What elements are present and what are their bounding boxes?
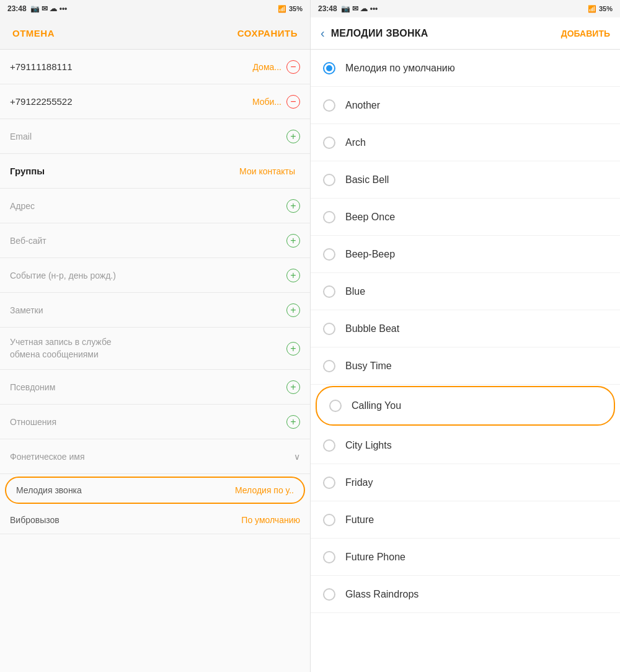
radio-basic-bell <box>323 174 335 186</box>
ringtone-name-bubble-beat: Bubble Beat <box>345 323 399 334</box>
ringtone-list: Мелодия по умолчанию Another Arch Basic … <box>311 50 620 672</box>
relationship-row: Отношения + <box>0 405 310 439</box>
ringtone-name-another: Another <box>345 100 380 111</box>
ringtone-name-default: Мелодия по умолчанию <box>345 63 455 74</box>
status-right-right: 📶 35% <box>588 5 613 13</box>
ringtone-row[interactable]: Мелодия звонка Мелодия по у.. <box>5 477 305 504</box>
phonetic-expand-button[interactable]: ∨ <box>294 452 300 462</box>
ringtone-name-arch: Arch <box>345 137 366 148</box>
status-right-left: 23:48 📷 ✉ ☁ ••• <box>318 4 378 13</box>
relationship-add-button[interactable]: + <box>286 415 300 429</box>
radio-future-phone <box>323 551 335 563</box>
phone2-label[interactable]: Моби... <box>252 97 281 107</box>
radio-glass-raindrops <box>323 588 335 601</box>
address-row: Адрес + <box>0 189 310 223</box>
messaging-add-button[interactable]: + <box>286 342 300 356</box>
ringtone-item-default[interactable]: Мелодия по умолчанию <box>311 50 620 87</box>
event-row: Событие (н-р, день рожд.) + <box>0 258 310 293</box>
contact-form: +79111188111 Дома... − +79122255522 Моби… <box>0 50 310 672</box>
radio-arch <box>323 137 335 149</box>
radio-default <box>323 62 335 74</box>
ringtone-item-beep-beep[interactable]: Beep-Beep <box>311 236 620 273</box>
nickname-add-button[interactable]: + <box>286 380 300 394</box>
ringtone-name-beep-once: Beep Once <box>345 212 395 223</box>
address-placeholder[interactable]: Адрес <box>10 201 286 211</box>
nickname-row: Псевдоним + <box>0 370 310 405</box>
vibro-label: Вибровызов <box>10 515 60 525</box>
event-placeholder[interactable]: Событие (н-р, день рожд.) <box>10 271 286 280</box>
event-add-button[interactable]: + <box>286 269 300 282</box>
ringtone-item-calling-you[interactable]: Calling You <box>317 387 614 424</box>
email-add-button[interactable]: + <box>286 130 300 143</box>
vibro-row: Вибровызов По умолчанию <box>0 506 310 534</box>
phone1-value: +79111188111 <box>10 61 252 72</box>
groups-row: Группы Мои контакты <box>0 154 310 189</box>
phone2-row: +79122255522 Моби... − <box>0 84 310 119</box>
notes-placeholder[interactable]: Заметки <box>10 305 286 315</box>
phone1-row: +79111188111 Дома... − <box>0 50 310 84</box>
status-bar-right: 23:48 📷 ✉ ☁ ••• 📶 35% <box>311 0 620 17</box>
add-ringtone-button[interactable]: ДОБАВИТЬ <box>561 29 610 38</box>
ringtone-item-future-phone[interactable]: Future Phone <box>311 539 620 576</box>
ringtone-item-beep-once[interactable]: Beep Once <box>311 199 620 236</box>
ringtone-item-friday[interactable]: Friday <box>311 464 620 501</box>
email-row: Email + <box>0 119 310 154</box>
status-bar-left: 23:48 📷 ✉ ☁ ••• 📶 35% <box>0 0 310 17</box>
ringtone-name-calling-you: Calling You <box>352 400 401 411</box>
radio-beep-once <box>323 211 335 223</box>
ringtone-item-blue[interactable]: Blue <box>311 273 620 310</box>
ringtone-name-basic-bell: Basic Bell <box>345 174 389 186</box>
save-button[interactable]: СОХРАНИТЬ <box>237 28 298 38</box>
ringtone-item-future[interactable]: Future <box>311 501 620 539</box>
messaging-placeholder[interactable]: Учетная запись в службеобмена сообщениям… <box>10 336 286 361</box>
address-add-button[interactable]: + <box>286 199 300 213</box>
website-placeholder[interactable]: Веб-сайт <box>10 236 286 246</box>
radio-calling-you <box>329 400 342 412</box>
phone2-value: +79122255522 <box>10 96 252 107</box>
notes-row: Заметки + <box>0 293 310 328</box>
ringtone-item-glass-raindrops[interactable]: Glass Raindrops <box>311 576 620 613</box>
radio-friday <box>323 477 335 489</box>
groups-value[interactable]: Мои контакты <box>239 166 295 176</box>
ringtone-name-busy-time: Busy Time <box>345 361 392 372</box>
back-button[interactable]: ‹ <box>321 26 325 40</box>
notes-add-button[interactable]: + <box>286 303 300 317</box>
ringtone-name-future-phone: Future Phone <box>345 552 405 563</box>
ringtones-title: МЕЛОДИИ ЗВОНКА <box>331 28 561 39</box>
ringtone-item-arch[interactable]: Arch <box>311 124 620 161</box>
phone2-remove-button[interactable]: − <box>286 95 300 109</box>
email-placeholder[interactable]: Email <box>10 132 286 141</box>
messaging-row: Учетная запись в службеобмена сообщениям… <box>0 328 310 370</box>
phone1-label[interactable]: Дома... <box>252 62 281 72</box>
ringtone-item-bubble-beat[interactable]: Bubble Beat <box>311 310 620 347</box>
ringtone-name-beep-beep: Beep-Beep <box>345 249 395 260</box>
ringtone-label: Мелодия звонка <box>16 485 82 495</box>
battery-right: 35% <box>599 5 613 12</box>
ringtone-item-basic-bell[interactable]: Basic Bell <box>311 161 620 199</box>
right-panel: 23:48 📷 ✉ ☁ ••• 📶 35% ‹ МЕЛОДИИ ЗВОНКА Д… <box>310 0 620 672</box>
phonetic-row: Фонетическое имя ∨ <box>0 439 310 474</box>
signal-left: 📶 <box>278 5 286 13</box>
ringtone-name-city-lights: City Lights <box>345 440 392 451</box>
nickname-placeholder[interactable]: Псевдоним <box>10 382 286 392</box>
notification-icons-left: 📷 ✉ ☁ ••• <box>30 4 68 13</box>
cancel-button[interactable]: ОТМЕНА <box>12 28 55 38</box>
website-row: Веб-сайт + <box>0 223 310 258</box>
radio-beep-beep <box>323 248 335 261</box>
relationship-placeholder[interactable]: Отношения <box>10 417 286 427</box>
battery-left: 35% <box>289 5 303 12</box>
time-left: 23:48 <box>7 4 27 13</box>
ringtone-item-busy-time[interactable]: Busy Time <box>311 347 620 385</box>
radio-bubble-beat <box>323 323 335 335</box>
radio-busy-time <box>323 360 335 372</box>
ringtone-value: Мелодия по у.. <box>235 485 294 495</box>
ringtone-item-another[interactable]: Another <box>311 87 620 124</box>
phonetic-placeholder[interactable]: Фонетическое имя <box>10 452 294 462</box>
phone1-remove-button[interactable]: − <box>286 60 300 74</box>
signal-right: 📶 <box>588 5 596 13</box>
radio-blue <box>323 285 335 298</box>
ringtone-item-city-lights[interactable]: City Lights <box>311 427 620 464</box>
website-add-button[interactable]: + <box>286 234 300 248</box>
ringtone-name-friday: Friday <box>345 477 373 488</box>
ringtone-name-blue: Blue <box>345 286 365 297</box>
